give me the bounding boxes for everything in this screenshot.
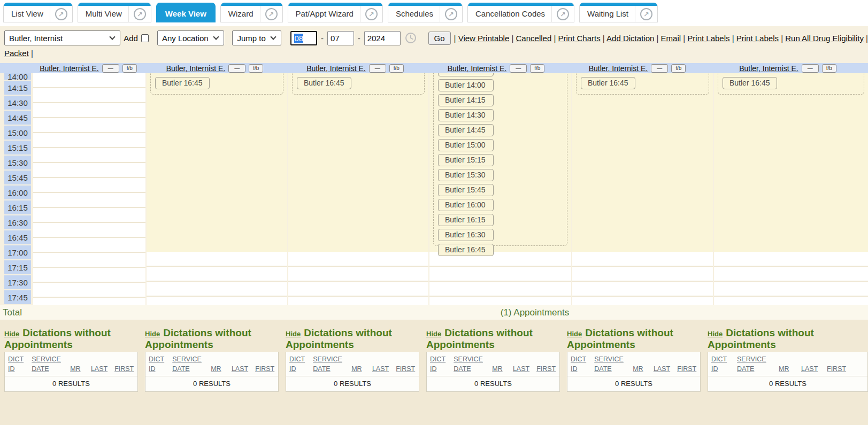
tab-list-view[interactable]: List View↗ — [3, 3, 73, 22]
sort-header-last[interactable]: LAST — [654, 364, 677, 374]
provider-link[interactable]: Butler, Internist E. — [448, 64, 507, 73]
hide-dictations-link[interactable]: Hide — [426, 330, 441, 338]
date-day-input[interactable]: 07 — [327, 31, 354, 45]
tab-open-icon-wrap[interactable]: ↗ — [50, 3, 72, 22]
appointment-slot-button[interactable]: Butler 16:45 — [438, 244, 494, 256]
toolbar-link-packet[interactable]: Packet — [4, 49, 29, 58]
frontback-button[interactable]: f/b — [389, 64, 404, 73]
appointment-slot-button[interactable]: Butler 16:45 — [155, 77, 210, 89]
tab-waiting-list[interactable]: Waiting List↗ — [579, 3, 658, 22]
appointment-slot-button-clipped[interactable] — [438, 73, 494, 76]
provider-day-column[interactable]: Butler 16:45 — [572, 73, 713, 305]
sort-header-dict-id[interactable]: DICT ID — [571, 354, 594, 374]
sort-header-service-date[interactable]: SERVICE DATE — [737, 354, 779, 374]
minimize-column-button[interactable]: — — [102, 64, 119, 73]
sort-header-last[interactable]: LAST — [513, 364, 536, 374]
appointment-slot-button[interactable]: Butler 16:30 — [438, 229, 494, 241]
sort-header-service-date[interactable]: SERVICE DATE — [454, 354, 492, 374]
minimize-column-button[interactable]: — — [802, 64, 819, 73]
sort-header-service-date[interactable]: SERVICE DATE — [172, 354, 211, 374]
appointment-slot-button[interactable]: Butler 14:00 — [438, 79, 494, 91]
tab-open-icon-wrap[interactable]: ↗ — [440, 3, 462, 22]
sort-header-mr[interactable]: MR — [211, 364, 232, 374]
appointment-slot-button[interactable]: Butler 16:45 — [723, 77, 777, 89]
tab-week-view[interactable]: Week View — [156, 3, 216, 22]
provider-link[interactable]: Butler, Internist E. — [40, 64, 99, 73]
tab-pat-appt-wizard[interactable]: Pat/Appt Wizard↗ — [288, 3, 383, 22]
provider-link[interactable]: Butler, Internist E. — [589, 64, 648, 73]
tab-multi-view[interactable]: Multi View↗ — [78, 3, 151, 22]
minimize-column-button[interactable]: — — [510, 64, 527, 73]
sort-header-dict-id[interactable]: DICT ID — [711, 354, 737, 374]
sort-header-last[interactable]: LAST — [801, 364, 827, 374]
sort-header-service-date[interactable]: SERVICE DATE — [313, 354, 351, 374]
toolbar-link-email[interactable]: Email — [661, 34, 681, 43]
toolbar-link-print-charts[interactable]: Print Charts — [558, 34, 600, 43]
tab-schedules[interactable]: Schedules↗ — [388, 3, 463, 22]
sort-header-first[interactable]: FIRST — [827, 364, 848, 374]
toolbar-link-run-all-drug-eligibility[interactable]: Run All Drug Eligibility — [785, 34, 864, 43]
toolbar-link-print-labels[interactable]: Print Labels — [687, 34, 729, 43]
frontback-button[interactable]: f/b — [530, 64, 544, 73]
provider-link[interactable]: Butler, Internist E. — [739, 64, 798, 73]
date-month-input[interactable]: 08 — [290, 31, 317, 45]
tab-open-icon-wrap[interactable]: ↗ — [128, 3, 151, 22]
sort-header-first[interactable]: FIRST — [536, 364, 556, 374]
tab-open-icon-wrap[interactable]: ↗ — [551, 3, 574, 22]
appointment-slot-button[interactable]: Butler 16:45 — [297, 77, 351, 89]
minimize-column-button[interactable]: — — [228, 64, 245, 73]
sort-header-mr[interactable]: MR — [70, 364, 91, 374]
provider-link[interactable]: Butler, Internist E. — [166, 64, 226, 73]
date-year-input[interactable]: 2024 — [364, 31, 401, 45]
appointment-slot-button[interactable]: Butler 14:15 — [438, 94, 494, 106]
toolbar-link-view-printable[interactable]: View Printable — [458, 34, 510, 43]
toolbar-link-print-labels[interactable]: Print Labels — [736, 34, 779, 43]
appointment-slot-button[interactable]: Butler 16:00 — [438, 199, 494, 211]
sort-header-last[interactable]: LAST — [372, 364, 396, 374]
sort-header-first[interactable]: FIRST — [255, 364, 275, 374]
frontback-button[interactable]: f/b — [822, 64, 836, 73]
frontback-button[interactable]: f/b — [671, 64, 686, 73]
sort-header-first[interactable]: FIRST — [396, 364, 416, 374]
sort-header-mr[interactable]: MR — [779, 364, 801, 374]
hide-dictations-link[interactable]: Hide — [708, 330, 723, 338]
sort-header-mr[interactable]: MR — [633, 364, 654, 374]
appointment-slot-button[interactable]: Butler 16:45 — [581, 77, 635, 89]
appointment-slot-button[interactable]: Butler 15:00 — [438, 139, 494, 151]
tab-wizard[interactable]: Wizard↗ — [220, 3, 283, 22]
tab-open-icon-wrap[interactable]: ↗ — [635, 3, 657, 22]
jump-to-select[interactable]: Jump to — [232, 30, 281, 45]
toolbar-link-add-dictation[interactable]: Add Dictation — [606, 34, 654, 43]
location-select[interactable]: Any Location — [157, 30, 224, 45]
appointment-slot-button[interactable]: Butler 15:30 — [438, 169, 494, 181]
add-checkbox[interactable] — [141, 34, 149, 42]
appointment-slot-button[interactable]: Butler 15:15 — [438, 154, 494, 166]
provider-day-column[interactable]: Butler 14:00Butler 14:15Butler 14:30Butl… — [429, 73, 571, 305]
sort-header-mr[interactable]: MR — [351, 364, 372, 374]
hide-dictations-link[interactable]: Hide — [145, 330, 160, 338]
sort-header-first[interactable]: FIRST — [677, 364, 697, 374]
sort-header-last[interactable]: LAST — [232, 364, 255, 374]
provider-day-column[interactable]: Butler 16:45 — [147, 73, 287, 305]
toolbar-link-cancelled[interactable]: Cancelled — [516, 34, 552, 43]
minimize-column-button[interactable]: — — [651, 64, 668, 73]
sort-header-dict-id[interactable]: DICT ID — [430, 354, 454, 374]
appointment-slot-button[interactable]: Butler 16:15 — [438, 214, 494, 226]
hide-dictations-link[interactable]: Hide — [286, 330, 301, 338]
sort-header-last[interactable]: LAST — [91, 364, 114, 374]
tab-cancellation-codes[interactable]: Cancellation Codes↗ — [467, 3, 574, 22]
sort-header-service-date[interactable]: SERVICE DATE — [594, 354, 633, 374]
sort-header-dict-id[interactable]: DICT ID — [8, 354, 32, 374]
provider-day-column[interactable] — [33, 73, 145, 305]
provider-day-column[interactable]: Butler 16:45 — [288, 73, 428, 305]
sort-header-mr[interactable]: MR — [492, 364, 513, 374]
appointment-slot-button[interactable]: Butler 14:30 — [438, 109, 494, 121]
go-button[interactable]: Go — [428, 32, 451, 45]
appointment-slot-button[interactable]: Butler 14:45 — [438, 124, 494, 136]
clock-icon[interactable] — [405, 32, 417, 44]
appointment-slot-button[interactable]: Butler 15:45 — [438, 184, 494, 196]
provider-link[interactable]: Butler, Internist E. — [306, 64, 366, 73]
provider-select[interactable]: Butler, Internist — [4, 30, 120, 45]
sort-header-dict-id[interactable]: DICT ID — [149, 354, 172, 374]
frontback-button[interactable]: f/b — [122, 64, 137, 73]
